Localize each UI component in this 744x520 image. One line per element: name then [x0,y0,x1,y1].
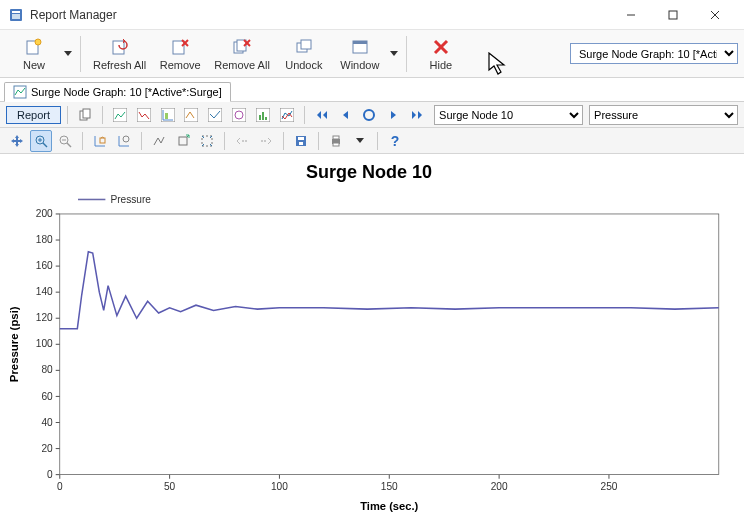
svg-text:Time (sec.): Time (sec.) [360,500,418,512]
chart8-button[interactable] [276,104,298,126]
titlebar: Report Manager [0,0,744,30]
maximize-button[interactable] [652,1,694,29]
svg-rect-34 [232,108,246,122]
svg-rect-66 [333,143,339,146]
svg-rect-38 [262,112,264,120]
node-select[interactable]: Surge Node 10 [434,105,583,125]
remove-all-label: Remove All [214,59,270,71]
pan-button[interactable] [6,130,28,152]
undock-button[interactable]: Undock [276,32,332,76]
help-button[interactable]: ? [384,130,406,152]
svg-rect-26 [113,108,127,122]
svg-rect-55 [179,137,187,145]
window-dropdown[interactable] [388,32,400,76]
nav-last-button[interactable] [406,104,428,126]
chart4-button[interactable] [180,104,202,126]
undock-label: Undock [285,59,322,71]
main-toolbar: New Refresh All Remove Remove All Undock… [0,30,744,78]
print-button[interactable] [325,130,347,152]
svg-point-8 [35,39,41,45]
next-dots-button[interactable] [255,130,277,152]
chart-title: Surge Node 10 [4,162,734,183]
svg-text:150: 150 [381,481,398,492]
chart6-button[interactable] [228,104,250,126]
refresh-icon [110,37,130,57]
svg-rect-2 [12,14,20,19]
svg-rect-31 [165,113,168,119]
fit-button[interactable] [196,130,218,152]
chart-container: Surge Node 10 02040608010012014016018020… [0,154,744,520]
chart-plot[interactable]: 0204060801001201401601802000501001502002… [4,185,734,516]
remove-button[interactable]: Remove [152,32,208,76]
nav-next-button[interactable] [382,104,404,126]
remove-icon [170,37,190,57]
svg-text:100: 100 [271,481,288,492]
svg-text:60: 60 [41,390,53,401]
refresh-all-button[interactable]: Refresh All [87,32,152,76]
window-label: Window [340,59,379,71]
svg-point-58 [245,140,247,142]
axis-lock-button[interactable] [89,130,111,152]
print-dropdown[interactable] [349,130,371,152]
new-button[interactable]: New [6,32,62,76]
save-button[interactable] [290,130,312,152]
svg-rect-25 [83,109,90,118]
svg-text:160: 160 [36,260,53,271]
remove-all-button[interactable]: Remove All [208,32,276,76]
chart1-button[interactable] [109,104,131,126]
nav-prev-button[interactable] [335,104,357,126]
chart5-button[interactable] [204,104,226,126]
svg-text:Pressure (psi): Pressure (psi) [8,306,20,382]
svg-point-59 [261,140,263,142]
graph-selector[interactable]: Surge Node Graph: 10 [*Active* [570,43,738,64]
svg-rect-1 [12,11,20,13]
zoom-out-button[interactable] [54,130,76,152]
svg-rect-32 [184,108,198,122]
graph-toolbar: Report Surge Node 10 Pressure [0,102,744,128]
new-dropdown[interactable] [62,32,74,76]
svg-line-43 [43,143,47,147]
svg-rect-33 [208,108,222,122]
svg-text:140: 140 [36,286,53,297]
svg-point-41 [364,110,374,120]
chart-toolbar: ? [0,128,744,154]
hide-button[interactable]: Hide [413,32,469,76]
svg-rect-62 [298,137,304,140]
property-select[interactable]: Pressure [589,105,738,125]
nav-first-button[interactable] [311,104,333,126]
export-button[interactable] [172,130,194,152]
svg-text:80: 80 [41,364,53,375]
document-tab[interactable]: Surge Node Graph: 10 [*Active*:Surge] [4,82,231,102]
svg-text:100: 100 [36,338,53,349]
chart7-button[interactable] [252,104,274,126]
window-button[interactable]: Window [332,32,388,76]
svg-text:200: 200 [36,208,53,219]
svg-text:180: 180 [36,234,53,245]
remove-label: Remove [160,59,201,71]
svg-rect-10 [173,41,184,54]
new-icon [24,37,44,57]
chart2-button[interactable] [133,104,155,126]
svg-text:20: 20 [41,443,53,454]
svg-rect-37 [259,115,261,120]
svg-text:0: 0 [47,469,53,480]
close-button[interactable] [694,1,736,29]
chart3-button[interactable] [157,104,179,126]
minimize-button[interactable] [610,1,652,29]
axis-settings-button[interactable] [113,130,135,152]
svg-rect-63 [299,142,303,145]
svg-text:200: 200 [491,481,508,492]
zoom-in-button[interactable] [30,130,52,152]
report-button[interactable]: Report [6,106,61,124]
prev-dots-button[interactable] [231,130,253,152]
svg-point-60 [264,140,266,142]
svg-rect-20 [353,41,367,44]
svg-text:50: 50 [164,481,176,492]
new-label: New [23,59,45,71]
svg-rect-51 [100,138,105,143]
curve-button[interactable] [148,130,170,152]
copy-button[interactable] [74,104,96,126]
undock-icon [294,37,314,57]
svg-rect-9 [113,41,124,54]
nav-stop-button[interactable] [358,104,380,126]
